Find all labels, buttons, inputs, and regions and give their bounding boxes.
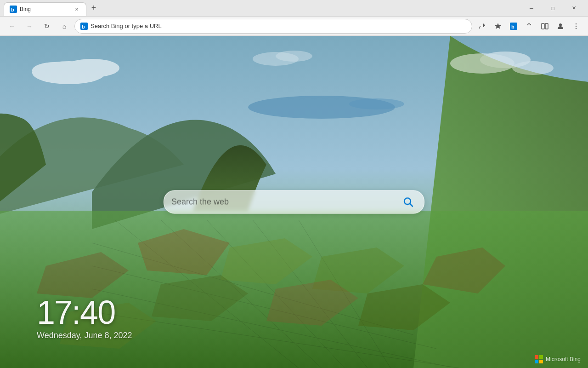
microsoft-icon <box>535 355 543 363</box>
share-icon <box>479 23 486 30</box>
clock-widget: 17:40 Wednesday, June 8, 2022 <box>37 296 132 340</box>
split-view-icon <box>541 23 548 30</box>
menu-icon <box>572 23 580 30</box>
profile-button[interactable] <box>553 19 568 34</box>
svg-rect-46 <box>535 360 538 363</box>
maximize-button[interactable]: □ <box>542 1 563 16</box>
svg-point-8 <box>559 23 562 26</box>
share-button[interactable] <box>475 19 490 34</box>
extensions-icon <box>526 23 533 30</box>
new-tab-button[interactable]: + <box>87 2 100 15</box>
bing-button[interactable]: b <box>506 19 521 34</box>
profile-icon <box>557 23 564 30</box>
svg-text:b: b <box>511 24 514 29</box>
address-bar-bing-icon: b <box>80 23 88 30</box>
minimize-button[interactable]: ─ <box>521 1 542 16</box>
search-input[interactable] <box>171 197 396 207</box>
svg-rect-44 <box>535 355 538 359</box>
toolbar-icons: b <box>475 19 583 34</box>
watermark-text: Microsoft Bing <box>546 356 581 362</box>
menu-button[interactable] <box>569 19 583 34</box>
svg-rect-47 <box>539 360 543 363</box>
search-button[interactable] <box>400 194 417 210</box>
clock-date: Wednesday, June 8, 2022 <box>37 331 132 340</box>
svg-point-9 <box>576 23 577 24</box>
active-tab[interactable]: b Bing ✕ <box>4 2 86 16</box>
svg-point-10 <box>576 25 577 26</box>
favorites-button[interactable] <box>491 19 505 34</box>
tab-title: Bing <box>20 6 70 12</box>
home-button[interactable]: ⌂ <box>57 19 72 34</box>
title-bar: b Bing ✕ + ─ □ ✕ <box>0 0 588 17</box>
tab-area: b Bing ✕ + <box>4 0 515 16</box>
page-content: 17:40 Wednesday, June 8, 2022 Microsoft … <box>0 36 588 368</box>
svg-rect-45 <box>539 355 543 359</box>
tab-close-button[interactable]: ✕ <box>73 6 80 13</box>
refresh-button[interactable]: ↻ <box>40 19 54 34</box>
forward-button[interactable]: → <box>22 19 37 34</box>
svg-line-43 <box>410 204 413 207</box>
svg-rect-6 <box>542 23 544 29</box>
address-text: Search Bing or type a URL <box>90 23 466 29</box>
bing-icon: b <box>510 23 517 30</box>
split-view-button[interactable] <box>537 19 552 34</box>
clock-time: 17:40 <box>37 296 132 329</box>
window-controls: ─ □ ✕ <box>521 1 584 16</box>
search-box <box>164 190 424 214</box>
svg-text:b: b <box>11 7 14 12</box>
svg-text:b: b <box>82 24 85 29</box>
search-icon <box>403 197 413 207</box>
forward-icon: → <box>26 23 33 30</box>
nav-bar: ← → ↻ ⌂ b Search Bing or type a URL <box>0 17 588 36</box>
ms-bing-watermark: Microsoft Bing <box>535 355 581 363</box>
svg-point-11 <box>576 28 577 29</box>
search-container <box>164 190 424 214</box>
back-button[interactable]: ← <box>5 19 19 34</box>
close-button[interactable]: ✕ <box>563 1 584 16</box>
star-icon <box>494 23 502 30</box>
browser-frame: b Bing ✕ + ─ □ ✕ ← → ↻ <box>0 0 588 368</box>
tab-favicon: b <box>10 6 17 13</box>
home-icon: ⌂ <box>62 23 66 30</box>
address-bar[interactable]: b Search Bing or type a URL <box>74 19 472 34</box>
extensions-button[interactable] <box>522 19 537 34</box>
back-icon: ← <box>9 23 15 30</box>
refresh-icon: ↻ <box>44 23 50 30</box>
svg-rect-7 <box>545 23 548 29</box>
